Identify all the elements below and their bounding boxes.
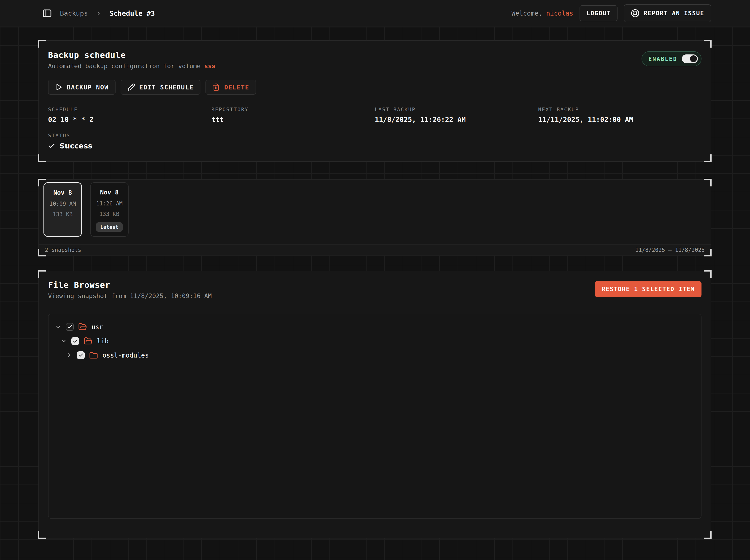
field-status: STATUS Success xyxy=(48,133,702,150)
corner-bracket xyxy=(38,531,46,539)
toggle-knob xyxy=(690,55,697,62)
field-last-backup: LAST BACKUP 11/8/2025, 11:26:22 AM xyxy=(375,106,538,123)
corner-bracket xyxy=(704,40,712,47)
folder-open-icon xyxy=(84,337,93,345)
volume-name: sss xyxy=(204,62,216,69)
restore-button[interactable]: RESTORE 1 SELECTED ITEM xyxy=(595,281,702,297)
tree-row-lib[interactable]: lib xyxy=(60,336,695,346)
tree-item-name: ossl-modules xyxy=(102,352,149,359)
tree-row-ossl-modules[interactable]: ossl-modules xyxy=(66,350,695,361)
file-browser-card: File Browser Viewing snapshot from 11/8/… xyxy=(38,271,711,539)
enabled-pill: ENABLED xyxy=(642,51,702,66)
field-schedule: SCHEDULE 02 10 * * 2 xyxy=(48,106,212,123)
breadcrumb-root[interactable]: Backups xyxy=(60,9,88,17)
logout-button[interactable]: LOGOUT xyxy=(579,5,617,21)
checkbox-lib[interactable] xyxy=(72,337,79,345)
tree-item-name: lib xyxy=(97,337,109,345)
logout-label: LOGOUT xyxy=(587,10,611,17)
snapshot-date-range: 11/8/2025 – 11/8/2025 xyxy=(635,247,705,253)
corner-bracket xyxy=(38,270,46,278)
corner-bracket xyxy=(704,270,712,278)
card-title: Backup schedule xyxy=(48,50,216,60)
pencil-icon xyxy=(127,83,135,91)
corner-bracket xyxy=(704,155,712,162)
chevron-down-icon[interactable] xyxy=(60,338,67,344)
file-tree-panel: usr lib ossl-modules xyxy=(48,314,702,519)
snapshots-card: Nov 8 10:09 AM 133 KB Nov 8 11:26 AM 133… xyxy=(38,179,711,256)
card-subtitle: Viewing snapshot from 11/8/2025, 10:09:1… xyxy=(48,292,212,299)
snapshot-date: Nov 8 xyxy=(53,189,72,196)
field-next-backup: NEXT BACKUP 11/11/2025, 11:02:00 AM xyxy=(538,106,702,123)
welcome-text: Welcome, nicolas xyxy=(512,9,573,17)
snapshot-tile[interactable]: Nov 8 11:26 AM 133 KB Latest xyxy=(90,182,129,237)
schedule-info-grid: SCHEDULE 02 10 * * 2 REPOSITORY ttt LAST… xyxy=(48,106,702,123)
tree-item-name: usr xyxy=(92,323,103,331)
folder-closed-icon xyxy=(89,351,98,360)
delete-button[interactable]: DELETE xyxy=(205,80,256,95)
play-icon xyxy=(55,83,63,91)
success-check-icon xyxy=(48,142,55,149)
lifebuoy-icon xyxy=(631,9,639,18)
snapshot-tile-selected[interactable]: Nov 8 10:09 AM 133 KB xyxy=(43,182,82,237)
corner-bracket xyxy=(38,155,46,162)
chevron-down-icon[interactable] xyxy=(55,324,61,330)
enabled-toggle[interactable] xyxy=(682,55,698,63)
snapshot-size: 133 KB xyxy=(53,211,73,218)
username: nicolas xyxy=(546,9,573,17)
snapshot-time: 11:26 AM xyxy=(96,200,123,207)
topbar: Backups Schedule #3 Welcome, nicolas LOG… xyxy=(0,0,750,27)
report-issue-label: REPORT AN ISSUE xyxy=(644,10,704,17)
corner-bracket xyxy=(704,531,712,539)
tree-row-usr[interactable]: usr xyxy=(55,321,695,333)
corner-bracket xyxy=(38,40,46,47)
breadcrumb: Backups Schedule #3 xyxy=(42,8,155,18)
snapshot-date: Nov 8 xyxy=(100,189,119,196)
backup-now-button[interactable]: BACKUP NOW xyxy=(48,80,116,95)
panel-left-icon xyxy=(42,8,52,18)
snapshot-time: 10:09 AM xyxy=(50,201,76,207)
report-issue-button[interactable]: REPORT AN ISSUE xyxy=(624,4,711,22)
edit-schedule-button[interactable]: EDIT SCHEDULE xyxy=(121,80,200,95)
status-value: Success xyxy=(59,142,93,150)
chevron-right-icon xyxy=(96,10,102,16)
snapshot-size: 133 KB xyxy=(100,211,119,217)
chevron-right-icon[interactable] xyxy=(66,352,72,358)
trash-icon xyxy=(212,83,220,91)
latest-badge: Latest xyxy=(96,222,122,232)
enabled-label: ENABLED xyxy=(648,56,677,62)
breadcrumb-current: Schedule #3 xyxy=(110,9,155,17)
card-subtitle: Automated backup configuration for volum… xyxy=(48,62,216,69)
folder-open-icon xyxy=(78,323,87,331)
card-title: File Browser xyxy=(48,280,212,289)
checkbox-usr[interactable] xyxy=(66,323,74,331)
field-repository: REPOSITORY ttt xyxy=(212,106,375,123)
sidebar-toggle-button[interactable] xyxy=(42,8,52,18)
checkbox-ossl-modules[interactable] xyxy=(77,352,85,359)
backup-schedule-card: Backup schedule Automated backup configu… xyxy=(38,40,711,162)
snapshots-footer: 2 snapshots 11/8/2025 – 11/8/2025 xyxy=(39,244,711,256)
snapshot-count: 2 snapshots xyxy=(45,247,81,253)
